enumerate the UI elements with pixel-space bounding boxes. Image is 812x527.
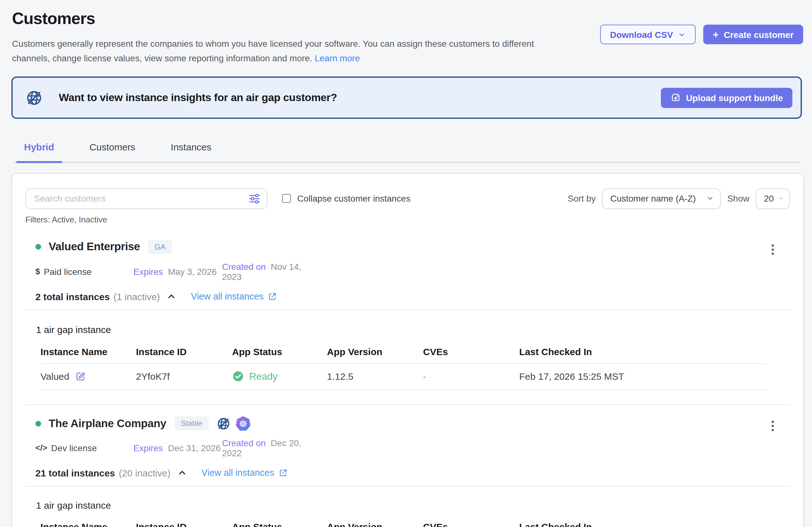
view-all-instances-link[interactable]: View all instances (201, 468, 287, 478)
tab-customers[interactable]: Customers (82, 141, 143, 162)
created-on-label: Created on (222, 261, 266, 271)
chevron-down-icon (678, 31, 685, 38)
app-status-cell: Ready (232, 370, 327, 382)
create-customer-button[interactable]: + Create customer (703, 25, 803, 44)
license-type-label: Dev license (51, 443, 97, 453)
toolbar-right: Sort by Customer name (A-Z) Show 20 (568, 188, 790, 209)
upload-support-bundle-label: Upload support bundle (686, 93, 783, 103)
collapse-instances-group: Collapse customer instances (282, 193, 410, 204)
created-field: Created on Dec 20, 2022 (222, 438, 323, 458)
column-header-instance-id: Instance ID (136, 346, 232, 357)
customers-card: Collapse customer instances Sort by Cust… (11, 173, 804, 527)
collapse-instances-label: Collapse customer instances (297, 193, 410, 204)
divider (25, 486, 790, 486)
license-type-label: Paid license (44, 266, 91, 276)
chevron-down-icon (779, 195, 783, 202)
customer-row-the-airplane-company: The Airplane Company Stable ☸ </> Dev li… (25, 416, 790, 527)
edit-icon (75, 371, 86, 382)
tab-hybrid[interactable]: Hybrid (16, 141, 62, 163)
collapse-instances-checkbox[interactable] (282, 194, 291, 203)
chevron-up-icon (177, 468, 187, 478)
show-value: 20 (764, 193, 774, 204)
customer-name[interactable]: The Airplane Company (49, 417, 166, 430)
instance-table-header: Instance Name Instance ID App Status App… (41, 521, 766, 527)
column-header-last-checked-in: Last Checked In (519, 521, 766, 527)
column-header-instance-name: Instance Name (41, 346, 136, 357)
more-actions-button[interactable] (766, 417, 780, 436)
upload-support-bundle-button[interactable]: Upload support bundle (661, 88, 793, 108)
filter-sliders-icon[interactable] (248, 192, 261, 205)
total-instances: 21 total instances (35, 467, 115, 478)
download-csv-button[interactable]: Download CSV (600, 25, 696, 44)
more-actions-button[interactable] (766, 241, 780, 260)
view-all-instances-link[interactable]: View all instances (191, 291, 277, 301)
app-status-text: Ready (249, 371, 278, 382)
column-header-app-version: App Version (327, 346, 423, 357)
chevron-up-icon (166, 291, 176, 301)
divider (25, 309, 790, 310)
instance-name-cell: Valued (41, 371, 136, 382)
page-description: Customers generally represent the compan… (12, 37, 588, 66)
expires-label: Expires (133, 443, 163, 453)
page-header: Customers Customers generally represent … (0, 0, 812, 66)
license-type: </> Dev license (35, 443, 133, 453)
instance-row: Valued 2YfoK7f Ready 1.12.5 (41, 364, 766, 390)
download-csv-label: Download CSV (610, 29, 673, 40)
external-link-icon (267, 291, 277, 301)
chevron-down-icon (706, 195, 714, 202)
expires-field: Expires Dec 31, 2026 (133, 443, 222, 453)
expires-value: Dec 31, 2026 (168, 443, 221, 453)
check-circle-icon (232, 370, 244, 382)
show-label: Show (727, 193, 749, 204)
kubernetes-icon: ☸ (236, 416, 250, 431)
collapse-caret-button[interactable] (177, 468, 187, 478)
learn-more-link[interactable]: Learn more (315, 53, 360, 63)
sort-by-select[interactable]: Customer name (A-Z) (602, 188, 721, 209)
air-gap-instance-label: 1 air gap instance (25, 499, 790, 510)
customer-meta: $ Paid license Expires May 3, 2026 Creat… (25, 261, 790, 282)
airgap-banner: Want to view instance insights for an ai… (11, 76, 802, 119)
inactive-instances: (1 inactive) (114, 291, 160, 302)
kebab-icon (767, 242, 779, 256)
toolbar: Collapse customer instances Sort by Cust… (25, 188, 790, 209)
view-all-instances-label: View all instances (191, 291, 264, 301)
column-header-app-status: App Status (232, 521, 327, 527)
column-header-instance-id: Instance ID (136, 521, 232, 527)
airgap-globe-icon (216, 416, 231, 431)
dollar-icon: $ (35, 267, 40, 276)
inactive-instances: (20 inactive) (119, 467, 171, 478)
channel-badge: Stable (175, 417, 209, 430)
tab-bar: Hybrid Customers Instances (14, 141, 800, 163)
collapse-caret-button[interactable] (166, 291, 176, 301)
last-checked-in-cell: Feb 17, 2026 15:25 MST (519, 371, 766, 382)
instances-summary: 21 total instances (20 inactive) View al… (25, 467, 790, 478)
instance-name: Valued (41, 371, 69, 382)
external-link-icon (278, 468, 287, 477)
instance-table-header: Instance Name Instance ID App Status App… (41, 346, 766, 364)
header-actions: Download CSV + Create customer (600, 25, 803, 44)
instance-table: Instance Name Instance ID App Status App… (41, 521, 766, 527)
code-icon: </> (35, 443, 47, 452)
kebab-icon (767, 419, 779, 433)
column-header-cves: CVEs (423, 521, 519, 527)
column-header-instance-name: Instance Name (41, 521, 136, 527)
app-version-cell: 1.12.5 (327, 371, 423, 382)
sort-by-label: Sort by (568, 193, 596, 204)
sort-by-value: Customer name (A-Z) (610, 193, 696, 204)
column-header-cves: CVEs (423, 346, 519, 357)
total-instances: 2 total instances (35, 291, 110, 302)
active-status-dot (35, 421, 41, 426)
customer-header: Valued Enterprise GA (25, 240, 790, 254)
customer-header: The Airplane Company Stable ☸ (25, 416, 790, 431)
description-line-1: Customers generally represent the compan… (12, 39, 534, 49)
channel-badge: GA (148, 240, 172, 254)
edit-instance-name-button[interactable] (75, 371, 86, 382)
expires-field: Expires May 3, 2026 (133, 266, 222, 276)
plus-icon: + (713, 29, 719, 40)
banner-title: Want to view instance insights for an ai… (59, 91, 337, 104)
search-input[interactable] (25, 188, 267, 209)
tab-instances[interactable]: Instances (163, 141, 219, 162)
instance-id-cell: 2YfoK7f (136, 371, 232, 382)
customer-name[interactable]: Valued Enterprise (49, 240, 140, 253)
show-select[interactable]: 20 (756, 188, 790, 209)
